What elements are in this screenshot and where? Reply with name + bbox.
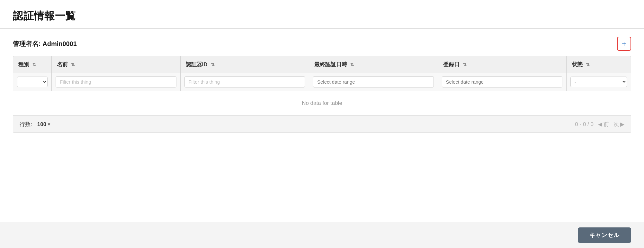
last-auth-date-filter[interactable] bbox=[313, 76, 434, 87]
modal-header: 認証情報一覧 bbox=[0, 0, 644, 29]
filter-cell-status: - bbox=[567, 73, 631, 91]
th-auth-id: 認証器ID bbox=[181, 56, 309, 73]
th-type: 種別 bbox=[13, 56, 52, 73]
sort-icon-status[interactable] bbox=[586, 62, 590, 67]
next-arrow-icon: ▶ bbox=[620, 121, 624, 128]
rows-chevron-icon: ▼ bbox=[47, 122, 51, 127]
type-filter-select[interactable] bbox=[17, 77, 48, 87]
status-filter-select[interactable]: - bbox=[570, 77, 627, 87]
no-data-row: No data for table bbox=[13, 91, 631, 116]
sort-icon-last-auth[interactable] bbox=[350, 62, 354, 67]
data-table: 種別 名前 認証器ID 最終認証日時 bbox=[13, 56, 631, 133]
filter-row: - bbox=[13, 73, 631, 91]
modal-body: 管理者名: Admin0001 + 種別 名前 bbox=[0, 29, 644, 222]
reg-date-filter[interactable] bbox=[442, 76, 563, 87]
th-name: 名前 bbox=[52, 56, 181, 73]
page-title: 認証情報一覧 bbox=[13, 9, 631, 23]
prev-label: 前 bbox=[604, 121, 609, 128]
filter-cell-name bbox=[52, 73, 181, 91]
admin-label: 管理者名: Admin0001 bbox=[13, 40, 77, 48]
rows-per-page-selector[interactable]: 100 ▼ bbox=[37, 121, 51, 128]
pagination-next[interactable]: 次 ▶ bbox=[613, 121, 624, 128]
sort-icon-reg-date[interactable] bbox=[463, 62, 467, 67]
filter-cell-auth-id bbox=[181, 73, 309, 91]
next-label: 次 bbox=[613, 121, 619, 128]
pagination: 0 - 0 / 0 ◀ 前 次 ▶ bbox=[575, 121, 624, 128]
admin-name: Admin0001 bbox=[42, 40, 77, 47]
sort-icon-name[interactable] bbox=[71, 62, 75, 67]
table-footer: 行数: 100 ▼ 0 - 0 / 0 ◀ 前 次 ▶ bbox=[13, 116, 631, 133]
filter-cell-last-auth bbox=[309, 73, 438, 91]
auth-id-filter-input[interactable] bbox=[184, 76, 305, 87]
admin-label-text: 管理者名: bbox=[13, 40, 41, 47]
th-status: 状態 bbox=[567, 56, 631, 73]
filter-cell-type bbox=[13, 73, 52, 91]
cancel-button[interactable]: キャンセル bbox=[578, 227, 631, 243]
plus-icon: + bbox=[622, 39, 626, 48]
prev-arrow-icon: ◀ bbox=[598, 121, 602, 128]
sort-icon-type[interactable] bbox=[32, 62, 36, 67]
th-reg-date: 登録日 bbox=[438, 56, 567, 73]
pagination-prev[interactable]: ◀ 前 bbox=[598, 121, 609, 128]
modal-footer: キャンセル bbox=[0, 222, 644, 248]
admin-row: 管理者名: Admin0001 + bbox=[13, 37, 631, 51]
pagination-info: 0 - 0 / 0 bbox=[575, 121, 594, 128]
rows-value: 100 bbox=[37, 121, 46, 128]
table-header-row: 種別 名前 認証器ID 最終認証日時 bbox=[13, 56, 631, 73]
filter-cell-reg-date bbox=[438, 73, 567, 91]
modal-container: 認証情報一覧 管理者名: Admin0001 + 種別 bbox=[0, 0, 644, 248]
rows-label: 行数: bbox=[20, 121, 32, 128]
modal-overlay: 認証情報一覧 管理者名: Admin0001 + 種別 bbox=[0, 0, 644, 248]
name-filter-input[interactable] bbox=[56, 76, 176, 87]
sort-icon-auth-id[interactable] bbox=[211, 62, 215, 67]
th-last-auth: 最終認証日時 bbox=[309, 56, 438, 73]
add-button[interactable]: + bbox=[617, 37, 631, 51]
